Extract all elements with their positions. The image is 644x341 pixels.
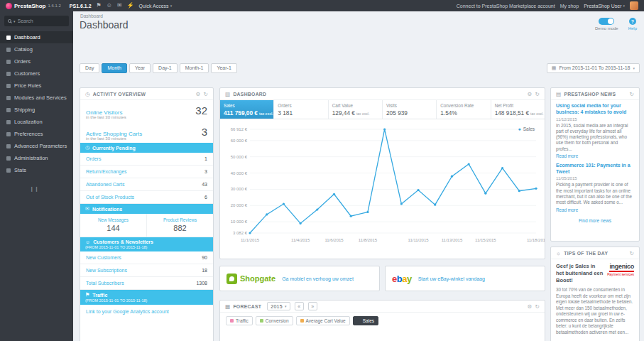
help-label[interactable]: Help [628,26,637,31]
forecast-legend: Traffic Conversion Average Cart Value Sa… [220,313,545,329]
legend-dot-icon: ● [518,126,521,131]
sidebar-item-dashboard[interactable]: Dashboard [0,31,73,43]
legend-chip-traffic[interactable]: Traffic [226,316,253,325]
sidebar-item-shipping[interactable]: Shipping [0,104,73,116]
range-month-1-button[interactable]: Month-1 [180,63,209,73]
ebay-link[interactable]: Start uw eBay-winkel vandaag [418,276,485,281]
find-more-news-link[interactable]: Find more news [556,217,634,226]
sidebar-item-localization[interactable]: Localization [0,116,73,128]
shopgate-name: Shopgate [240,274,275,283]
next-year-button[interactable]: » [308,302,317,310]
refresh-icon[interactable]: ↻ [629,91,634,97]
sidebar-item-customers[interactable]: Customers [0,67,73,80]
kpi-conversion-rate[interactable]: Conversion Rate 1.54% [437,100,491,119]
range-year-1-button[interactable]: Year-1 [211,63,236,73]
date-range-picker[interactable]: ▦ From 2015-11-01 To 2015-11-18 ▾ [547,63,640,73]
messages-icon[interactable]: ✉ [117,3,122,9]
refresh-icon[interactable]: ↻ [203,91,208,97]
avatar[interactable] [630,1,638,10]
range-day-button[interactable]: Day [80,63,99,73]
demo-mode-control: Demo mode [595,18,618,31]
search-scope-caret-icon[interactable]: ▾ [13,19,16,23]
legend-chip-conversion[interactable]: Conversion [256,316,293,325]
year-select[interactable]: 2015 ▾ [267,302,290,310]
read-more-link[interactable]: Read more [556,207,578,212]
sidebar-item-label: Stats [14,167,26,173]
settings-icon[interactable]: ⚙ [527,303,532,310]
demo-mode-toggle[interactable] [599,18,614,25]
sidebar-item-advanced-parameters[interactable]: Advanced Parameters [0,140,73,152]
my-shop-link[interactable]: My shop [560,4,579,9]
sidebar-item-preferences[interactable]: Preferences [0,128,73,140]
settings-icon[interactable]: ⚙ [527,91,532,97]
news-article-headline[interactable]: Ecommerce 101: Payments in a Tweet [556,163,634,175]
chevron-down-icon: ▾ [633,66,635,70]
conversion-swatch-icon [260,319,263,323]
pending-row-orders: Orders1 [80,153,213,166]
out-of-stock-link[interactable]: Out of Stock Products [86,195,134,200]
news-article-excerpt: In 2015, social media are an integral pa… [556,123,634,152]
shopgate-link[interactable]: Ga mobiel en verhoog uw omzet [282,276,354,281]
refresh-icon[interactable]: ↻ [535,303,540,310]
abandoned-carts-link[interactable]: Abandoned Carts [86,182,124,187]
legend-chip-sales[interactable]: Sales [353,316,378,325]
help-control: ? Help [628,18,637,31]
sidebar-item-orders[interactable]: Orders [0,55,73,67]
shopgate-logo-icon [227,274,237,284]
kpi-sales[interactable]: Sales 411 759,00 €tax excl. [220,100,274,119]
sidebar-search[interactable]: ▾ [4,16,69,26]
traffic-swatch-icon [230,319,234,323]
prestashop-logo[interactable]: PrestaShop 1.6.1.2 [6,3,61,9]
new-customers-count: 90 [202,255,207,260]
settings-icon[interactable]: ⚙ [195,91,200,97]
read-more-link[interactable]: Read more [556,153,578,158]
google-analytics-link[interactable]: Link to your Google Analytics account [86,309,169,314]
refresh-icon[interactable]: ↻ [629,250,634,256]
range-year-button[interactable]: Year [129,63,151,73]
quick-access-menu[interactable]: Quick Access ▾ [139,4,173,9]
shop-icon[interactable]: ⚑ [97,3,102,9]
news-article-headline[interactable]: Using social media for your business: 4 … [556,103,634,116]
range-month-button[interactable]: Month [102,63,126,73]
total-subscribers-count: 1308 [196,281,207,286]
sidebar-item-catalog[interactable]: Catalog [0,43,73,55]
new-subscriptions-link[interactable]: New Subscriptions [86,268,127,273]
new-subscriptions-count: 18 [202,268,207,273]
date-range-toolbar: Day Month Year Day-1 Month-1 Year-1 ▦ Fr… [80,63,640,73]
ingenico-subtitle: Payment services [607,273,634,276]
returns-link[interactable]: Return/Exchanges [86,169,127,174]
product-reviews-cell[interactable]: Product Reviews 882 [146,214,213,237]
kpi-net-profit[interactable]: Net Profit 148 918,51 €tax excl. [491,100,545,119]
price-rules-icon [6,84,11,88]
marketplace-link[interactable]: Connect to PrestaShop Marketplace accoun… [457,4,555,9]
sidebar-item-price-rules[interactable]: Price Rules [0,80,73,92]
dashboard-panel-header: ▥ DASHBOARD ⚙ ↻ [220,88,545,100]
debug-icon[interactable]: ⚡ [127,3,134,9]
ebay-logo[interactable]: ebay [392,274,412,284]
orders-link[interactable]: Orders [86,156,101,161]
sidebar-collapse-button[interactable]: ❙❙ [30,186,73,192]
refresh-icon[interactable]: ↻ [535,91,540,97]
kpi-visits[interactable]: Visits 205 939 [383,100,437,119]
sidebar-item-modules[interactable]: Modules and Services [0,92,73,104]
customers-quick-icon[interactable]: ☺ [107,3,112,9]
svg-text:60 000 €: 60 000 € [231,139,248,143]
online-visitors-value: 32 [195,104,207,117]
ingenico-logo[interactable]: ingenico Payment services [607,263,634,276]
sidebar-item-stats[interactable]: Stats [0,164,73,176]
sidebar-item-administration[interactable]: Administration [0,152,73,164]
range-day-1-button[interactable]: Day-1 [153,63,178,73]
prev-year-button[interactable]: « [295,302,304,310]
forecast-panel-header: ▦ FORECAST 2015 ▾ « » ⚙ ↻ [220,301,545,313]
kpi-cart-value[interactable]: Cart Value 129,44 €tax excl. [329,100,383,119]
shopgate-logo[interactable]: Shopgate [227,274,275,284]
total-subscribers-link[interactable]: Total Subscribers [86,281,124,286]
user-menu[interactable]: PrestaShop User ▾ [584,4,625,9]
legend-chip-average-cart-value[interactable]: Average Cart Value [296,316,350,325]
help-icon[interactable]: ? [629,18,636,25]
product-reviews-count: 882 [148,224,212,232]
kpi-orders[interactable]: Orders 3 181 [274,100,328,119]
new-customers-link[interactable]: New Customers [86,255,121,260]
new-messages-cell[interactable]: New Messages 144 [80,214,146,237]
search-input[interactable] [18,18,65,23]
